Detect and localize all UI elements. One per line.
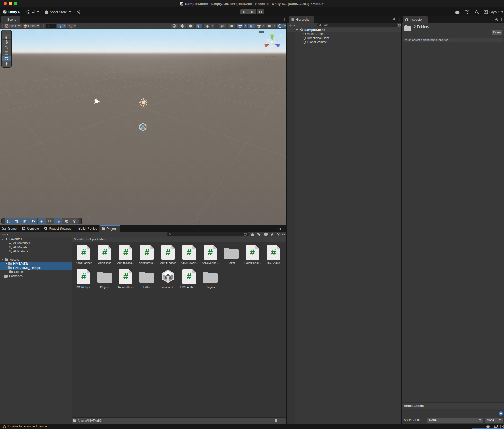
svg-text:#: # (123, 271, 128, 281)
svg-text:#: # (208, 247, 213, 257)
svg-text:#: # (102, 247, 107, 257)
svg-text:#: # (271, 247, 276, 257)
svg-text:#: # (250, 247, 255, 257)
svg-text:#: # (166, 247, 171, 257)
svg-text:z: z (280, 44, 282, 48)
svg-text:#: # (123, 247, 128, 257)
svg-text:#: # (187, 271, 192, 281)
svg-text:#: # (81, 247, 86, 257)
svg-text:#: # (187, 247, 192, 257)
svg-text:Y: Y (60, 26, 61, 28)
svg-text:#: # (145, 247, 149, 257)
svg-text:#: # (81, 271, 86, 281)
svg-text:x: x (262, 44, 264, 48)
